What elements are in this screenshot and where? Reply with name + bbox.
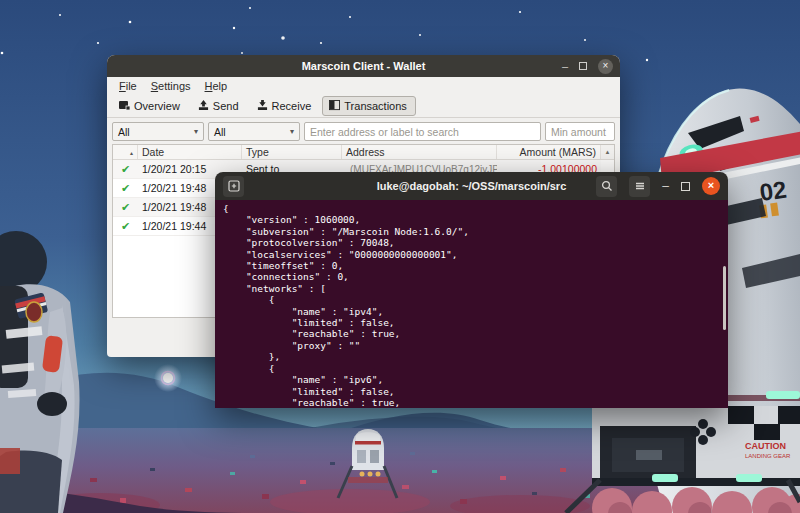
- transactions-icon: [329, 100, 340, 111]
- maximize-icon[interactable]: [681, 182, 690, 191]
- terminal-line: "version" : 1060000,: [223, 214, 728, 225]
- tab-send-label: Send: [213, 100, 239, 112]
- type-filter-value: All: [214, 126, 226, 138]
- terminal-line: "name" : "ipv4",: [223, 306, 728, 317]
- address-column-header[interactable]: Address: [342, 145, 497, 159]
- amount-column-header[interactable]: Amount (MARS): [497, 145, 601, 159]
- receive-icon: [257, 100, 268, 111]
- caution-label-line1: CAUTION: [745, 441, 786, 451]
- wallet-toolbar: Overview Send Receive Transactions: [107, 94, 620, 118]
- search-button[interactable]: [596, 176, 617, 197]
- menu-file[interactable]: File: [112, 80, 144, 92]
- chevron-down-icon: ▾: [290, 127, 294, 136]
- terminal-line: {: [223, 363, 728, 374]
- sun-glow: [154, 364, 182, 392]
- terminal-line: "limited" : false,: [223, 386, 728, 397]
- type-filter-dropdown[interactable]: All ▾: [208, 122, 300, 141]
- close-icon[interactable]: ×: [702, 177, 720, 195]
- sort-caret-icon: ▴: [130, 149, 133, 156]
- terminal-line: "connections" : 0,: [223, 271, 728, 282]
- terminal-line: "subversion" : "/Marscoin Node:1.6.0/",: [223, 226, 728, 237]
- terminal-line: },: [223, 351, 728, 362]
- minimize-icon[interactable]: –: [662, 182, 669, 190]
- terminal-line: "protocolversion" : 70048,: [223, 237, 728, 248]
- search-input[interactable]: [304, 122, 541, 141]
- terminal-line: "proxy" : "": [223, 340, 728, 351]
- terminal-line: "limited" : false,: [223, 317, 728, 328]
- hamburger-icon: [634, 180, 646, 192]
- caution-label-line2: LANDING GEAR: [745, 453, 791, 459]
- terminal-line: "timeoffset" : 0,: [223, 260, 728, 271]
- terminal-line: {: [223, 294, 728, 305]
- status-column-header[interactable]: ▴: [113, 145, 138, 159]
- lander-illustration: CAUTION LANDING GEAR: [566, 391, 800, 513]
- terminal-line: "reachable" : true,: [223, 328, 728, 339]
- status-check-icon: ✔: [113, 220, 138, 233]
- terminal-line: "name" : "ipv6",: [223, 374, 728, 385]
- send-icon: [198, 100, 209, 111]
- tab-overview[interactable]: Overview: [112, 96, 189, 116]
- menu-button[interactable]: [629, 176, 650, 197]
- tab-send[interactable]: Send: [191, 96, 248, 116]
- tab-receive-label: Receive: [272, 100, 312, 112]
- menu-settings[interactable]: Settings: [144, 80, 198, 92]
- tab-transactions[interactable]: Transactions: [322, 96, 416, 116]
- tab-receive[interactable]: Receive: [250, 96, 321, 116]
- terminal-line: {: [223, 203, 728, 214]
- scroll-up-icon: ▲: [605, 149, 611, 155]
- status-check-icon: ✔: [113, 163, 138, 176]
- min-amount-input[interactable]: [545, 122, 615, 141]
- terminal-output[interactable]: { "version" : 1060000, "subversion" : "/…: [215, 200, 728, 408]
- status-check-icon: ✔: [113, 182, 138, 195]
- table-header-row: ▴ Date Type Address Amount (MARS) ▲: [113, 145, 614, 160]
- terminal-line: "reachable" : true,: [223, 397, 728, 408]
- transaction-filters: All ▾ All ▾: [107, 118, 620, 144]
- new-tab-button[interactable]: [223, 176, 244, 197]
- date-column-header[interactable]: Date: [138, 145, 242, 159]
- table-scrollbar[interactable]: ▲: [601, 145, 614, 159]
- tab-overview-label: Overview: [134, 100, 180, 112]
- terminal-window: luke@dagobah: ~/OSS/marscoin/src – × { "…: [215, 172, 728, 408]
- minimize-icon[interactable]: –: [562, 61, 568, 71]
- terminal-scrollbar[interactable]: [723, 266, 726, 330]
- wallet-titlebar[interactable]: Marscoin Client - Wallet – ×: [107, 55, 620, 77]
- wallet-window-title: Marscoin Client - Wallet: [107, 55, 620, 77]
- terminal-headerbar[interactable]: luke@dagobah: ~/OSS/marscoin/src – ×: [215, 172, 728, 200]
- maximize-icon[interactable]: [579, 62, 587, 70]
- date-filter-dropdown[interactable]: All ▾: [112, 122, 204, 141]
- type-column-header[interactable]: Type: [242, 145, 342, 159]
- terminal-line: "localservices" : "0000000000000001",: [223, 249, 728, 260]
- new-tab-icon: [228, 180, 240, 192]
- menu-help[interactable]: Help: [198, 80, 235, 92]
- close-icon[interactable]: ×: [598, 59, 613, 74]
- tab-transactions-label: Transactions: [344, 100, 407, 112]
- status-check-icon: ✔: [113, 201, 138, 214]
- wallet-menubar: File Settings Help: [107, 77, 620, 94]
- search-icon: [601, 180, 613, 192]
- chevron-down-icon: ▾: [194, 127, 198, 136]
- terminal-line: "networks" : [: [223, 283, 728, 294]
- overview-icon: [119, 100, 130, 111]
- date-filter-value: All: [118, 126, 130, 138]
